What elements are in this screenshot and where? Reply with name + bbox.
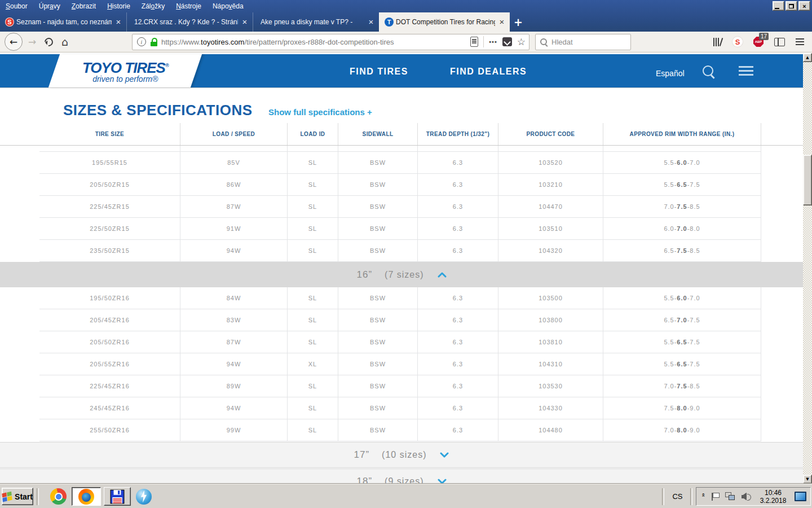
date: 3.2.2018 xyxy=(756,497,791,505)
page-scrollbar[interactable]: ▲ ▼ xyxy=(803,53,812,484)
site-search-icon[interactable] xyxy=(703,65,713,76)
site-info-icon[interactable]: i xyxy=(137,37,146,46)
restore-button[interactable] xyxy=(785,1,797,11)
windows-logo-icon xyxy=(2,492,13,502)
minimize-button[interactable] xyxy=(773,1,784,11)
padlock-icon[interactable] xyxy=(151,38,157,46)
seznam-extension-icon[interactable]: S xyxy=(732,37,743,47)
scrollbar-thumb[interactable] xyxy=(803,155,812,205)
forward-button[interactable]: → xyxy=(25,36,39,47)
cell: 83W xyxy=(180,309,288,331)
volume-tray-icon[interactable] xyxy=(742,493,751,501)
clock: 10:46 3.2.2018 xyxy=(756,489,791,505)
menu-item-úpravy[interactable]: Úpravy xyxy=(33,0,66,12)
flag-tray-icon[interactable] xyxy=(710,492,720,501)
size-section-toggle-18[interactable]: 18”(9 sizes) xyxy=(0,468,803,484)
taskbar-divider xyxy=(37,488,39,505)
cell: 89W xyxy=(180,375,288,397)
cell-rim-width: 6.0-7.0-8.0 xyxy=(603,218,761,239)
nav-find-tires[interactable]: FIND TIRES xyxy=(350,67,408,77)
browser-tab[interactable]: Ake pneu a disky mate v TP? -× xyxy=(253,12,379,32)
cell: 6.3 xyxy=(418,240,498,261)
column-header: PRODUCT CODE xyxy=(498,123,603,145)
cell: BSW xyxy=(338,287,418,309)
menu-accesskey: H xyxy=(107,2,112,10)
daemon-tools-taskbar-icon[interactable] xyxy=(136,489,152,505)
close-icon: × xyxy=(802,3,806,9)
menu-accesskey: S xyxy=(6,2,10,10)
search-icon xyxy=(540,38,547,45)
reader-mode-icon[interactable] xyxy=(470,37,478,47)
site-menu-icon[interactable] xyxy=(739,66,753,76)
size-section-toggle-17[interactable]: 17”(10 sizes) xyxy=(0,442,803,468)
menu-item-zobrazit[interactable]: Zobrazit xyxy=(66,0,102,12)
start-button[interactable]: Start xyxy=(2,488,33,505)
menu-accesskey: a xyxy=(50,2,54,10)
menu-items: SouborÚpravyZobrazitHistorieZáložkyNástr… xyxy=(0,0,249,12)
cell: BSW xyxy=(338,419,418,441)
cell: BSW xyxy=(338,353,418,375)
cell: SL xyxy=(288,375,338,397)
url-bar[interactable]: i https://www.toyotires.com/tire/pattern… xyxy=(132,34,529,50)
seznam-favicon-icon: S xyxy=(5,17,14,27)
library-icon[interactable] xyxy=(713,37,722,46)
search-bar[interactable]: Hledat xyxy=(535,34,631,50)
bookmark-star-icon[interactable]: ☆ xyxy=(517,37,526,46)
sidebar-toggle-icon[interactable] xyxy=(774,38,785,46)
size-section-toggle-16[interactable]: 16”(7 sizes) xyxy=(0,262,803,287)
browser-tab[interactable]: SSeznam - najdu tam, co neznám× xyxy=(0,12,126,32)
show-hidden-icons[interactable]: ⌃⌃ xyxy=(701,494,705,499)
nav-find-dealers[interactable]: FIND DEALERS xyxy=(450,67,527,77)
cell-rim-width: 5.5-6.5-7.5 xyxy=(603,331,761,353)
menu-hamburger-icon[interactable] xyxy=(796,38,804,45)
browser-tab[interactable]: TDOT Competition Tires for Racing× xyxy=(379,12,510,32)
page-actions-icon[interactable]: ••• xyxy=(489,38,497,45)
network-tray-icon[interactable] xyxy=(725,492,736,501)
chrome-taskbar-icon[interactable] xyxy=(50,488,67,505)
reload-icon xyxy=(42,36,54,47)
scroll-up-button[interactable]: ▲ xyxy=(803,53,812,62)
reload-button[interactable] xyxy=(41,38,56,46)
cell: 255/50ZR16 xyxy=(39,419,180,441)
home-button[interactable]: ⌂ xyxy=(56,36,73,48)
menu-item-soubor[interactable]: Soubor xyxy=(0,0,33,12)
table-row: 205/55ZR1694WXLBSW6.31043105.5-6.5-7.5 xyxy=(39,353,761,375)
toyo-logo[interactable]: TOYO TIRES® driven to perform® xyxy=(48,54,202,87)
language-link[interactable]: Español xyxy=(656,69,685,78)
cell: SL xyxy=(288,152,338,173)
menu-item-záložky[interactable]: Záložky xyxy=(136,0,170,12)
file-manager-taskbar-button[interactable] xyxy=(104,487,131,506)
tab-close-icon[interactable]: × xyxy=(367,17,376,27)
cell: SL xyxy=(288,287,338,309)
cell: BSW xyxy=(338,174,418,195)
back-button[interactable]: ← xyxy=(5,33,23,51)
tab-close-icon[interactable]: × xyxy=(240,17,249,27)
cell: 104330 xyxy=(498,397,603,419)
menu-item-nápověda[interactable]: Nápověda xyxy=(207,0,249,12)
close-button[interactable]: × xyxy=(798,1,810,11)
tab-close-icon[interactable]: × xyxy=(497,17,506,27)
browser-tab[interactable]: 12.CRX sraz . Kdy ? Kde ? - Stránky 2 -× xyxy=(126,12,253,32)
cell: XL xyxy=(288,353,338,375)
cell: SL xyxy=(288,397,338,419)
adblock-extension[interactable]: ABP 17 xyxy=(753,37,764,47)
scroll-down-button[interactable]: ▼ xyxy=(803,475,812,484)
sticky-header-divider xyxy=(0,145,803,146)
cell: SL xyxy=(288,309,338,331)
firefox-taskbar-button[interactable] xyxy=(72,487,101,506)
tab-title: DOT Competition Tires for Racing xyxy=(396,18,495,26)
toolbar-right-icons: S ABP 17 xyxy=(713,37,812,47)
new-tab-button[interactable]: + xyxy=(510,12,527,32)
search-placeholder: Hledat xyxy=(551,38,573,46)
menu-item-historie[interactable]: Historie xyxy=(102,0,136,12)
language-indicator[interactable]: CS xyxy=(668,492,687,501)
menu-item-nástroje[interactable]: Nástroje xyxy=(170,0,207,12)
display-tray-icon[interactable] xyxy=(795,492,806,501)
cell: BSW xyxy=(338,331,418,353)
chevron-up-icon xyxy=(438,272,447,278)
table-row: 205/50ZR1687WSLBSW6.31038105.5-6.5-7.5 xyxy=(39,331,761,353)
tab-close-icon[interactable]: × xyxy=(114,17,123,27)
section-count-label: (7 sizes) xyxy=(385,270,423,280)
show-full-specifications-link[interactable]: Show full specifications + xyxy=(268,107,372,117)
pocket-icon[interactable] xyxy=(502,37,512,46)
